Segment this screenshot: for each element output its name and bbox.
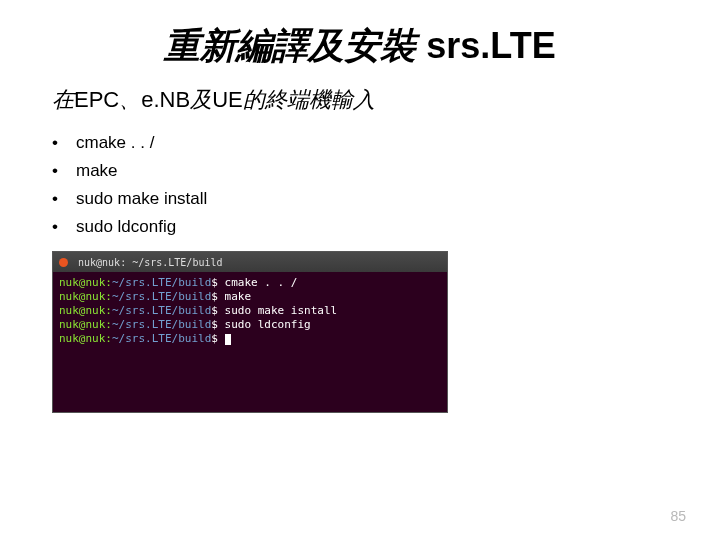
terminal-line: nuk@nuk:~/srs.LTE/build$ sudo ldconfig — [59, 318, 441, 332]
terminal-titlebar: nuk@nuk: ~/srs.LTE/build — [53, 252, 447, 272]
command-list: cmake . . / make sudo make install sudo … — [0, 129, 720, 241]
subtitle-post: 的終端機輸入 — [243, 87, 375, 112]
terminal-cmd: cmake . . / — [225, 276, 298, 289]
terminal-cmd: sudo ldconfig — [225, 318, 311, 331]
prompt-path: ~/srs.LTE/build — [112, 332, 211, 345]
prompt-user: nuk@nuk — [59, 304, 105, 317]
list-item: sudo make install — [52, 185, 720, 213]
prompt-path: ~/srs.LTE/build — [112, 304, 211, 317]
subtitle: 在EPC、e.NB及UE的終端機輸入 — [0, 85, 720, 129]
list-item: sudo ldconfig — [52, 213, 720, 241]
title-cjk: 重新編譯及安裝 — [164, 26, 416, 66]
prompt-path: ~/srs.LTE/build — [112, 276, 211, 289]
terminal-body: nuk@nuk:~/srs.LTE/build$ cmake . . / nuk… — [53, 272, 447, 412]
terminal-title: nuk@nuk: ~/srs.LTE/build — [78, 257, 223, 268]
terminal-line: nuk@nuk:~/srs.LTE/build$ cmake . . / — [59, 276, 441, 290]
close-icon — [59, 258, 68, 267]
prompt-user: nuk@nuk — [59, 318, 105, 331]
terminal-cmd: make — [225, 290, 252, 303]
terminal-cmd: sudo make isntall — [225, 304, 338, 317]
subtitle-t1: EPC — [74, 87, 119, 112]
prompt-user: nuk@nuk — [59, 332, 105, 345]
prompt-user: nuk@nuk — [59, 290, 105, 303]
subtitle-t3: UE — [212, 87, 243, 112]
terminal-window: nuk@nuk: ~/srs.LTE/build nuk@nuk:~/srs.L… — [52, 251, 448, 413]
list-item: make — [52, 157, 720, 185]
terminal-line: nuk@nuk:~/srs.LTE/build$ sudo make isnta… — [59, 304, 441, 318]
subtitle-mid: 及 — [190, 87, 212, 112]
terminal-line: nuk@nuk:~/srs.LTE/build$ make — [59, 290, 441, 304]
terminal-line: nuk@nuk:~/srs.LTE/build$ — [59, 332, 441, 346]
prompt-user: nuk@nuk — [59, 276, 105, 289]
prompt-path: ~/srs.LTE/build — [112, 318, 211, 331]
page-number: 85 — [670, 508, 686, 524]
page-title: 重新編譯及安裝 srs.LTE — [0, 0, 720, 85]
list-item: cmake . . / — [52, 129, 720, 157]
title-latin: srs.LTE — [416, 25, 555, 66]
cursor-icon — [225, 334, 231, 345]
subtitle-pre: 在 — [52, 87, 74, 112]
prompt-path: ~/srs.LTE/build — [112, 290, 211, 303]
subtitle-t2: e.NB — [141, 87, 190, 112]
subtitle-sep: 、 — [119, 87, 141, 112]
